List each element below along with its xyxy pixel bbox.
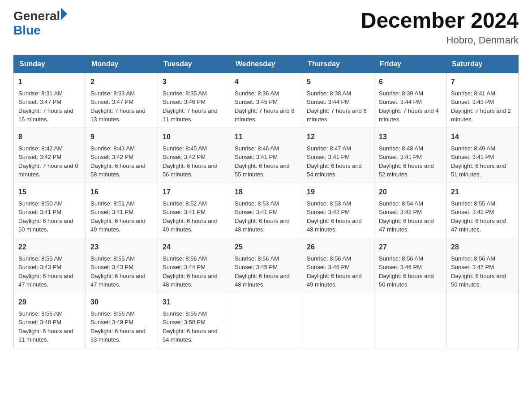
sunrise-info: Sunrise: 8:54 AM — [379, 199, 442, 208]
col-friday: Friday — [374, 55, 446, 73]
sunrise-info: Sunrise: 8:56 AM — [235, 254, 297, 263]
daylight-info: Daylight: 6 hours and 51 minutes. — [18, 327, 81, 344]
sunrise-info: Sunrise: 8:49 AM — [451, 144, 514, 153]
table-row: 14Sunrise: 8:49 AMSunset: 3:41 PMDayligh… — [446, 128, 519, 183]
day-number: 4 — [235, 77, 297, 87]
sunrise-info: Sunrise: 8:53 AM — [307, 199, 369, 208]
sunset-info: Sunset: 3:41 PM — [90, 208, 153, 217]
day-number: 11 — [235, 132, 297, 142]
day-number: 12 — [307, 132, 369, 142]
sunset-info: Sunset: 3:46 PM — [163, 98, 225, 107]
sunset-info: Sunset: 3:42 PM — [90, 153, 153, 162]
day-number: 1 — [18, 77, 81, 87]
table-row — [230, 293, 302, 348]
sunset-info: Sunset: 3:46 PM — [307, 263, 369, 272]
table-row: 7Sunrise: 8:41 AMSunset: 3:43 PMDaylight… — [446, 73, 519, 128]
calendar-week-row: 29Sunrise: 8:56 AMSunset: 3:48 PMDayligh… — [14, 293, 519, 348]
logo-general-text: General — [13, 9, 60, 23]
table-row: 2Sunrise: 8:33 AMSunset: 3:47 PMDaylight… — [86, 73, 158, 128]
day-number: 16 — [90, 187, 153, 197]
table-row: 10Sunrise: 8:45 AMSunset: 3:42 PMDayligh… — [158, 128, 230, 183]
calendar-table: Sunday Monday Tuesday Wednesday Thursday… — [13, 55, 519, 348]
day-number: 19 — [307, 187, 369, 197]
page-header: General Blue December 2024 Hobro, Denmar… — [13, 9, 519, 46]
logo-triangle-icon — [61, 8, 67, 20]
sunrise-info: Sunrise: 8:31 AM — [18, 89, 81, 98]
day-number: 31 — [163, 297, 225, 308]
sunset-info: Sunset: 3:43 PM — [90, 263, 153, 272]
daylight-info: Daylight: 7 hours and 11 minutes. — [163, 107, 225, 124]
day-number: 7 — [451, 77, 514, 87]
location-label: Hobro, Denmark — [361, 34, 519, 46]
table-row: 29Sunrise: 8:56 AMSunset: 3:48 PMDayligh… — [14, 293, 86, 348]
daylight-info: Daylight: 6 hours and 47 minutes. — [90, 272, 153, 289]
sunrise-info: Sunrise: 8:45 AM — [163, 144, 225, 153]
sunset-info: Sunset: 3:41 PM — [451, 153, 514, 162]
day-number: 23 — [90, 242, 153, 253]
day-number: 24 — [163, 242, 225, 253]
daylight-info: Daylight: 6 hours and 48 minutes. — [307, 217, 369, 234]
daylight-info: Daylight: 6 hours and 50 minutes. — [379, 272, 442, 289]
table-row: 5Sunrise: 8:38 AMSunset: 3:44 PMDaylight… — [302, 73, 374, 128]
table-row: 20Sunrise: 8:54 AMSunset: 3:42 PMDayligh… — [374, 183, 446, 238]
day-number: 8 — [18, 132, 81, 142]
daylight-info: Daylight: 6 hours and 47 minutes. — [18, 272, 81, 289]
table-row: 30Sunrise: 8:56 AMSunset: 3:49 PMDayligh… — [86, 293, 158, 348]
table-row: 12Sunrise: 8:47 AMSunset: 3:41 PMDayligh… — [302, 128, 374, 183]
sunrise-info: Sunrise: 8:50 AM — [18, 199, 81, 208]
col-saturday: Saturday — [446, 55, 519, 73]
sunrise-info: Sunrise: 8:41 AM — [451, 89, 514, 98]
day-number: 17 — [163, 187, 225, 197]
daylight-info: Daylight: 6 hours and 47 minutes. — [451, 217, 514, 234]
table-row: 13Sunrise: 8:48 AMSunset: 3:41 PMDayligh… — [374, 128, 446, 183]
table-row: 9Sunrise: 8:43 AMSunset: 3:42 PMDaylight… — [86, 128, 158, 183]
table-row: 18Sunrise: 8:53 AMSunset: 3:41 PMDayligh… — [230, 183, 302, 238]
sunrise-info: Sunrise: 8:56 AM — [307, 254, 369, 263]
title-block: December 2024 Hobro, Denmark — [361, 9, 519, 46]
table-row: 16Sunrise: 8:51 AMSunset: 3:41 PMDayligh… — [86, 183, 158, 238]
sunrise-info: Sunrise: 8:33 AM — [90, 89, 153, 98]
sunset-info: Sunset: 3:50 PM — [163, 318, 225, 327]
table-row: 19Sunrise: 8:53 AMSunset: 3:42 PMDayligh… — [302, 183, 374, 238]
sunset-info: Sunset: 3:41 PM — [379, 153, 442, 162]
table-row: 17Sunrise: 8:52 AMSunset: 3:41 PMDayligh… — [158, 183, 230, 238]
daylight-info: Daylight: 6 hours and 52 minutes. — [379, 162, 442, 179]
sunset-info: Sunset: 3:44 PM — [379, 98, 442, 107]
day-number: 15 — [18, 187, 81, 197]
col-monday: Monday — [86, 55, 158, 73]
day-number: 9 — [90, 132, 153, 142]
sunrise-info: Sunrise: 8:55 AM — [451, 199, 514, 208]
sunset-info: Sunset: 3:47 PM — [18, 98, 81, 107]
sunset-info: Sunset: 3:47 PM — [451, 263, 514, 272]
sunset-info: Sunset: 3:41 PM — [163, 208, 225, 217]
sunset-info: Sunset: 3:43 PM — [18, 263, 81, 272]
table-row: 6Sunrise: 8:39 AMSunset: 3:44 PMDaylight… — [374, 73, 446, 128]
sunset-info: Sunset: 3:49 PM — [90, 318, 153, 327]
calendar-week-row: 22Sunrise: 8:55 AMSunset: 3:43 PMDayligh… — [14, 238, 519, 293]
daylight-info: Daylight: 7 hours and 2 minutes. — [451, 107, 514, 124]
calendar-week-row: 15Sunrise: 8:50 AMSunset: 3:41 PMDayligh… — [14, 183, 519, 238]
daylight-info: Daylight: 7 hours and 6 minutes. — [307, 107, 369, 124]
table-row: 25Sunrise: 8:56 AMSunset: 3:45 PMDayligh… — [230, 238, 302, 293]
daylight-info: Daylight: 6 hours and 58 minutes. — [90, 162, 153, 179]
sunrise-info: Sunrise: 8:48 AM — [379, 144, 442, 153]
sunrise-info: Sunrise: 8:38 AM — [307, 89, 369, 98]
col-sunday: Sunday — [14, 55, 86, 73]
day-number: 2 — [90, 77, 153, 87]
logo-blue-text: Blue — [13, 23, 67, 38]
table-row: 3Sunrise: 8:35 AMSunset: 3:46 PMDaylight… — [158, 73, 230, 128]
sunset-info: Sunset: 3:42 PM — [451, 208, 514, 217]
sunset-info: Sunset: 3:47 PM — [90, 98, 153, 107]
daylight-info: Daylight: 6 hours and 48 minutes. — [235, 272, 297, 289]
day-number: 10 — [163, 132, 225, 142]
day-number: 3 — [163, 77, 225, 87]
sunrise-info: Sunrise: 8:47 AM — [307, 144, 369, 153]
day-number: 20 — [379, 187, 442, 197]
table-row: 28Sunrise: 8:56 AMSunset: 3:47 PMDayligh… — [446, 238, 519, 293]
daylight-info: Daylight: 6 hours and 56 minutes. — [163, 162, 225, 179]
table-row: 1Sunrise: 8:31 AMSunset: 3:47 PMDaylight… — [14, 73, 86, 128]
table-row: 23Sunrise: 8:55 AMSunset: 3:43 PMDayligh… — [86, 238, 158, 293]
col-tuesday: Tuesday — [158, 55, 230, 73]
sunrise-info: Sunrise: 8:43 AM — [90, 144, 153, 153]
calendar-header-row: Sunday Monday Tuesday Wednesday Thursday… — [14, 55, 519, 73]
